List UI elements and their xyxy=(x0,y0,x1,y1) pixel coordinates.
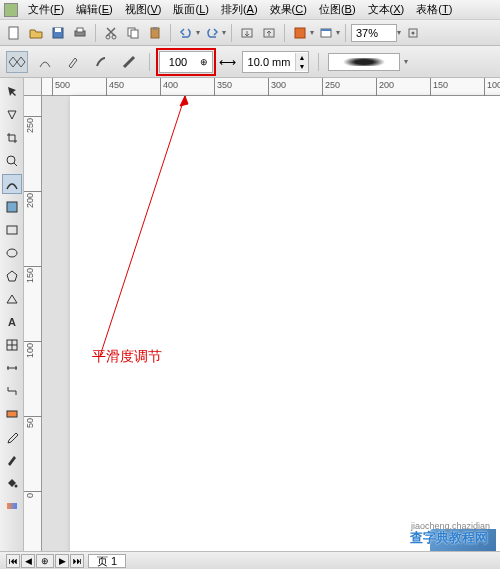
dimension-up[interactable]: ▲ xyxy=(296,53,308,62)
export-button[interactable] xyxy=(259,23,279,43)
svg-rect-0 xyxy=(9,27,18,39)
menu-effects[interactable]: 效果(C) xyxy=(264,0,313,19)
page-tab[interactable]: 页 1 xyxy=(88,554,126,568)
svg-rect-8 xyxy=(131,30,138,38)
smoothness-spinner[interactable]: ⊕ xyxy=(159,51,213,73)
ellipse-tool[interactable] xyxy=(2,243,22,263)
dimension-spinner[interactable]: ▲▼ xyxy=(242,51,309,73)
page[interactable]: 平滑度调节 xyxy=(70,96,500,551)
svg-point-25 xyxy=(14,485,17,488)
redo-button[interactable] xyxy=(202,23,222,43)
menu-file[interactable]: 文件(F) xyxy=(22,0,70,19)
save-button[interactable] xyxy=(48,23,68,43)
ruler-corner xyxy=(24,78,42,96)
menu-layout[interactable]: 版面(L) xyxy=(167,0,214,19)
welcome-button[interactable] xyxy=(316,23,336,43)
dimension-label: ⟷ xyxy=(219,55,236,69)
canvas-area[interactable]: 500450400350300250200150100 250200150100… xyxy=(24,78,500,551)
ruler-horizontal: 500450400350300250200150100 xyxy=(42,78,500,96)
zoom-tool[interactable] xyxy=(2,151,22,171)
menu-view[interactable]: 视图(V) xyxy=(119,0,168,19)
brush-preview[interactable] xyxy=(328,53,400,71)
app-launcher-button[interactable] xyxy=(290,23,310,43)
rectangle-tool[interactable] xyxy=(2,220,22,240)
freehand-tool[interactable] xyxy=(2,174,22,194)
pen-icon[interactable] xyxy=(62,51,84,73)
brush-preview-dropdown[interactable]: ▾ xyxy=(404,57,408,66)
ruler-vertical: 250200150100500 xyxy=(24,96,42,551)
copy-button[interactable] xyxy=(123,23,143,43)
svg-rect-26 xyxy=(7,503,17,509)
crop-tool[interactable] xyxy=(2,128,22,148)
smart-fill-tool[interactable] xyxy=(2,197,22,217)
welcome-dropdown[interactable]: ▾ xyxy=(336,28,340,37)
svg-rect-24 xyxy=(7,411,17,417)
watermark: 查字典教程网 xyxy=(410,529,488,547)
page-next-button[interactable]: ▶ xyxy=(55,554,69,568)
dimension-icon: ⟷ xyxy=(219,55,236,69)
table-tool[interactable] xyxy=(2,335,22,355)
outline-tool[interactable] xyxy=(2,450,22,470)
import-button[interactable] xyxy=(237,23,257,43)
brush-icon[interactable] xyxy=(90,51,112,73)
shape-tool[interactable] xyxy=(2,105,22,125)
freehand-icon[interactable] xyxy=(34,51,56,73)
page-prev-button[interactable]: ◀ xyxy=(21,554,35,568)
undo-button[interactable] xyxy=(176,23,196,43)
menu-edit[interactable]: 编辑(E) xyxy=(70,0,119,19)
menu-table[interactable]: 表格(T) xyxy=(410,0,458,19)
cut-button[interactable] xyxy=(101,23,121,43)
interactive-tool[interactable] xyxy=(2,404,22,424)
status-bar: ⏮ ◀ ⊕ ▶ ⏭ 页 1 xyxy=(0,551,500,569)
preset-icon[interactable] xyxy=(6,51,28,73)
interactive-fill-tool[interactable] xyxy=(2,496,22,516)
svg-rect-4 xyxy=(77,28,83,32)
new-button[interactable] xyxy=(4,23,24,43)
text-tool[interactable]: A xyxy=(2,312,22,332)
svg-rect-19 xyxy=(7,202,17,212)
annotation-arrow xyxy=(70,96,500,551)
open-button[interactable] xyxy=(26,23,46,43)
snap-button[interactable] xyxy=(403,23,423,43)
svg-point-18 xyxy=(7,156,15,164)
undo-dropdown[interactable]: ▾ xyxy=(196,28,200,37)
svg-rect-10 xyxy=(153,27,157,30)
annotation-text: 平滑度调节 xyxy=(92,348,162,366)
svg-point-17 xyxy=(412,31,415,34)
zoom-input[interactable] xyxy=(351,24,397,42)
polygon-tool[interactable] xyxy=(2,266,22,286)
svg-marker-29 xyxy=(180,96,188,106)
basic-shapes-tool[interactable] xyxy=(2,289,22,309)
svg-rect-13 xyxy=(295,28,305,38)
paste-button[interactable] xyxy=(145,23,165,43)
print-button[interactable] xyxy=(70,23,90,43)
menu-bar: 文件(F) 编辑(E) 视图(V) 版面(L) 排列(A) 效果(C) 位图(B… xyxy=(0,0,500,20)
dimension-tool[interactable] xyxy=(2,358,22,378)
smoothness-slider-icon[interactable]: ⊕ xyxy=(196,57,212,67)
workspace: A 500450400350300250200150100 2502001501… xyxy=(0,78,500,551)
page-first-button[interactable]: ⏮ xyxy=(6,554,20,568)
page-last-button[interactable]: ⏭ xyxy=(70,554,84,568)
toolbox: A xyxy=(0,78,24,551)
svg-line-28 xyxy=(100,96,185,356)
page-add-button[interactable]: ⊕ xyxy=(36,554,54,568)
fill-tool[interactable] xyxy=(2,473,22,493)
menu-text[interactable]: 文本(X) xyxy=(362,0,411,19)
svg-text:A: A xyxy=(8,316,16,328)
menu-arrange[interactable]: 排列(A) xyxy=(215,0,264,19)
svg-rect-2 xyxy=(55,28,61,32)
calligraphy-icon[interactable] xyxy=(118,51,140,73)
dimension-down[interactable]: ▼ xyxy=(296,62,308,71)
eyedropper-tool[interactable] xyxy=(2,427,22,447)
app-launcher-dropdown[interactable]: ▾ xyxy=(310,28,314,37)
dimension-input[interactable] xyxy=(243,54,295,70)
smoothness-input[interactable] xyxy=(160,54,196,70)
connector-tool[interactable] xyxy=(2,381,22,401)
main-toolbar: ▾ ▾ ▾ ▾ ▾ xyxy=(0,20,500,46)
svg-point-21 xyxy=(7,249,17,257)
pick-tool[interactable] xyxy=(2,82,22,102)
app-icon xyxy=(4,3,18,17)
redo-dropdown[interactable]: ▾ xyxy=(222,28,226,37)
menu-bitmap[interactable]: 位图(B) xyxy=(313,0,362,19)
zoom-dropdown[interactable]: ▾ xyxy=(397,28,401,37)
